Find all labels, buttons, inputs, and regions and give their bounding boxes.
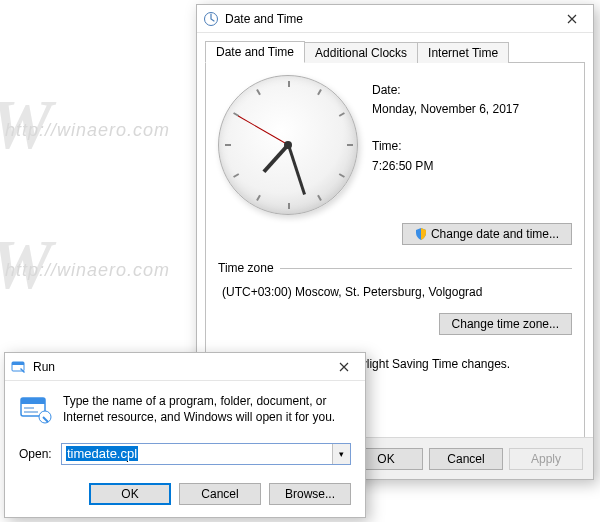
tab-internet-time[interactable]: Internet Time: [417, 42, 509, 63]
uac-shield-icon: [415, 228, 427, 240]
svg-rect-6: [24, 411, 38, 413]
close-button[interactable]: [323, 353, 365, 381]
svg-rect-5: [24, 407, 34, 409]
open-label: Open:: [19, 447, 61, 461]
apply-button[interactable]: Apply: [509, 448, 583, 470]
cancel-button[interactable]: Cancel: [429, 448, 503, 470]
time-value: 7:26:50 PM: [372, 157, 519, 176]
titlebar[interactable]: Run: [5, 353, 365, 381]
run-icon: [11, 359, 27, 375]
window-title: Run: [33, 360, 323, 374]
run-description: Type the name of a program, folder, docu…: [63, 393, 351, 425]
watermark-url: http://winaero.com: [5, 120, 170, 141]
browse-button[interactable]: Browse...: [269, 483, 351, 505]
tab-additional-clocks[interactable]: Additional Clocks: [304, 42, 418, 63]
date-value: Monday, November 6, 2017: [372, 100, 519, 119]
svg-rect-2: [12, 362, 24, 365]
window-title: Date and Time: [225, 12, 551, 26]
svg-point-7: [39, 411, 51, 423]
watermark-logo: W: [0, 225, 52, 305]
chevron-down-icon[interactable]: ▾: [332, 444, 350, 464]
tab-strip: Date and Time Additional Clocks Internet…: [205, 39, 585, 63]
date-label: Date:: [372, 81, 519, 100]
analog-clock: [218, 75, 358, 215]
timezone-group-label: Time zone: [218, 261, 274, 275]
timezone-value: (UTC+03:00) Moscow, St. Petersburg, Volg…: [222, 285, 572, 299]
ok-button[interactable]: OK: [89, 483, 171, 505]
open-input[interactable]: [61, 443, 351, 465]
datetime-icon: [203, 11, 219, 27]
cancel-button[interactable]: Cancel: [179, 483, 261, 505]
titlebar[interactable]: Date and Time: [197, 5, 593, 33]
change-timezone-button[interactable]: Change time zone...: [439, 313, 572, 335]
watermark-logo: W: [0, 85, 52, 165]
tab-date-and-time[interactable]: Date and Time: [205, 41, 305, 63]
run-program-icon: [19, 393, 53, 427]
change-date-time-label: Change date and time...: [431, 227, 559, 241]
svg-rect-4: [21, 398, 45, 404]
open-combobox[interactable]: ▾ timedate.cpl: [61, 443, 351, 465]
watermark-url: http://winaero.com: [5, 260, 170, 281]
change-date-time-button[interactable]: Change date and time...: [402, 223, 572, 245]
close-button[interactable]: [551, 5, 593, 33]
run-dialog: Run Type the name of a program, folder, …: [4, 352, 366, 518]
time-label: Time:: [372, 137, 519, 156]
